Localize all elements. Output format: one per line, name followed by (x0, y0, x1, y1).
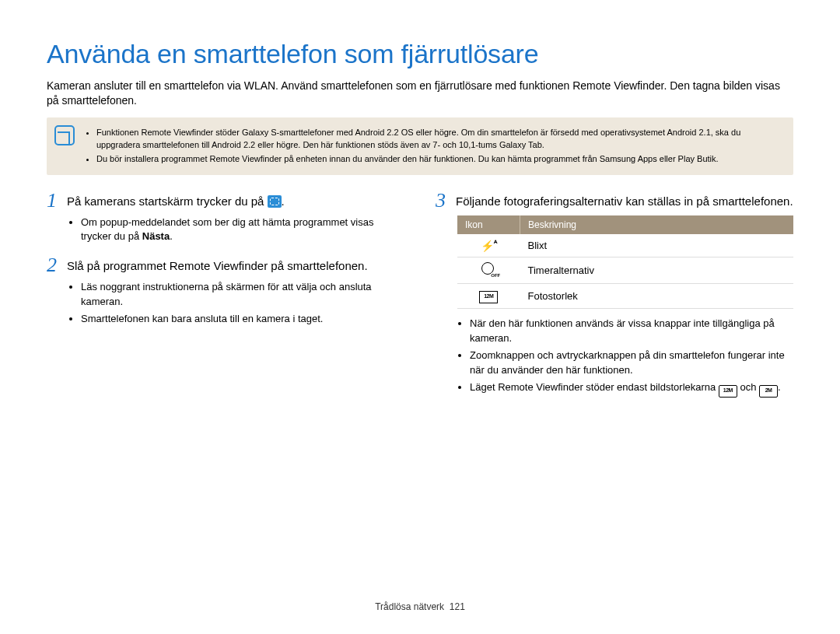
right-column: 3 Följande fotograferingsalternativ kan … (436, 191, 793, 408)
timer-icon (481, 262, 495, 276)
sub-text-post: . (778, 381, 781, 393)
flash-icon (481, 239, 497, 253)
note-icon (54, 125, 75, 145)
step-sub-item: Smarttelefonen kan bara ansluta till en … (81, 312, 404, 327)
footer-page-number: 121 (450, 601, 465, 612)
sub-text-post: . (170, 230, 173, 242)
table-row: Timeralternativ (457, 257, 793, 284)
left-column: 1 På kamerans startskärm trycker du på .… (47, 191, 404, 408)
sub-text-strong: Nästa (142, 230, 170, 242)
sub-text-mid: och (737, 381, 759, 393)
remote-viewfinder-app-icon (268, 195, 282, 208)
step-sub-item: När den här funktionen används är vissa … (470, 317, 793, 346)
step-text-post: . (282, 194, 285, 208)
step-sub-item: Zoomknappen och avtryckarknappen på din … (470, 349, 793, 378)
footer-section: Trådlösa nätverk (375, 601, 444, 612)
step-text-pre: På kamerans startskärm trycker du på (67, 194, 268, 208)
note-item: Funktionen Remote Viewfinder stöder Gala… (96, 127, 782, 152)
size-12m-icon (719, 385, 737, 398)
table-cell-desc: Timeralternativ (520, 257, 794, 284)
step-text: Följande fotograferingsalternativ kan st… (456, 191, 793, 211)
page-footer: Trådlösa nätverk 121 (0, 601, 840, 612)
table-header-icon: Ikon (457, 215, 520, 234)
table-row: Fotostorlek (457, 284, 793, 309)
photosize-icon (479, 291, 498, 303)
step-number: 1 (47, 191, 61, 211)
sub-text-pre: Läget Remote Viewfinder stöder endast bi… (470, 381, 719, 393)
table-row: Blixt (457, 234, 793, 257)
table-cell-desc: Blixt (520, 234, 794, 257)
step-sub-item: Läs noggrant instruktionerna på skärmen … (81, 280, 404, 310)
note-item: Du bör installera programmet Remote View… (96, 153, 782, 166)
step-number: 3 (436, 191, 450, 211)
step-text: Slå på programmet Remote Viewfinder på s… (67, 255, 368, 275)
page-title: Använda en smarttelefon som fjärrutlösar… (47, 39, 793, 69)
sub-text-pre: Om popup-meddelandet som ber dig att häm… (81, 216, 373, 243)
options-table: Ikon Beskrivning Blixt Timeralternativ F… (457, 215, 793, 310)
intro-text: Kameran ansluter till en smarttelefon vi… (47, 79, 793, 108)
step-text: På kamerans startskärm trycker du på . (67, 191, 285, 211)
step-number: 2 (47, 255, 61, 275)
table-header-desc: Beskrivning (520, 215, 794, 234)
size-2m-icon (759, 385, 778, 398)
step-sub-item: Om popup-meddelandet som ber dig att häm… (81, 215, 404, 245)
note-box: Funktionen Remote Viewfinder stöder Gala… (47, 117, 793, 175)
step-sub-item: Läget Remote Viewfinder stöder endast bi… (470, 380, 793, 398)
table-cell-desc: Fotostorlek (520, 284, 794, 309)
